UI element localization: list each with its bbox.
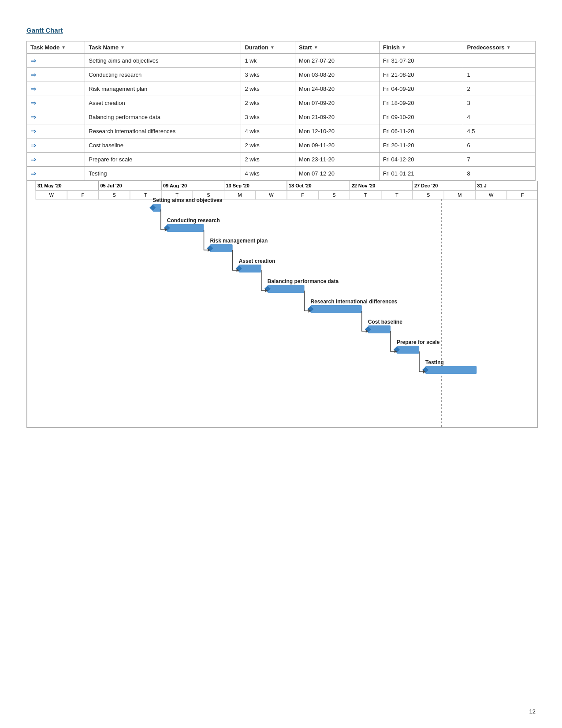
predecessors-cell: 4,5 — [463, 124, 536, 138]
task-mode-cell: ⇒ — [27, 54, 85, 68]
th-taskmode[interactable]: Task Mode ▼ — [27, 41, 85, 54]
finish-cell: Fri 01-01-21 — [379, 167, 463, 181]
svg-text:S: S — [427, 192, 430, 198]
svg-rect-57 — [210, 244, 233, 252]
svg-rect-63 — [268, 285, 305, 293]
task-mode-icon: ⇒ — [30, 71, 36, 79]
svg-text:W: W — [489, 192, 494, 198]
predecessors-cell: 7 — [463, 153, 536, 167]
task-name-cell: Setting aims and objectives — [85, 54, 241, 68]
svg-text:Testing: Testing — [425, 359, 444, 366]
svg-text:W: W — [269, 192, 274, 198]
page-title: Gantt Chart — [26, 26, 536, 34]
task-mode-cell: ⇒ — [27, 110, 85, 124]
predecessors-cell: 8 — [463, 167, 536, 181]
task-mode-cell: ⇒ — [27, 167, 85, 181]
svg-text:13 Sep '20: 13 Sep '20 — [226, 183, 249, 188]
th-taskname[interactable]: Task Name ▼ — [85, 41, 241, 54]
task-name-cell: Research international differences — [85, 124, 241, 138]
svg-text:31 J: 31 J — [477, 183, 487, 188]
svg-text:27 Dec '20: 27 Dec '20 — [414, 183, 438, 188]
table-row: ⇒Setting aims and objectives1 wkMon 27-0… — [27, 54, 536, 68]
duration-cell: 3 wks — [241, 110, 295, 124]
sort-duration-icon[interactable]: ▼ — [270, 45, 275, 50]
svg-rect-66 — [311, 305, 362, 313]
th-duration[interactable]: Duration ▼ — [241, 41, 295, 54]
gantt-chart-container: 31 May '2005 Jul '2009 Aug '2013 Sep '20… — [26, 181, 536, 428]
task-mode-icon: ⇒ — [30, 155, 36, 164]
svg-text:18 Oct '20: 18 Oct '20 — [289, 183, 312, 188]
predecessors-cell: 3 — [463, 96, 536, 110]
predecessors-cell — [463, 54, 536, 68]
svg-text:S: S — [332, 192, 335, 198]
duration-cell: 3 wks — [241, 68, 295, 82]
table-row: ⇒Risk management plan2 wksMon 24-08-20Fr… — [27, 82, 536, 96]
task-mode-cell: ⇒ — [27, 68, 85, 82]
sort-pred-icon[interactable]: ▼ — [506, 45, 511, 50]
svg-rect-54 — [167, 224, 204, 232]
table-row: ⇒Cost baseline2 wksMon 09-11-20Fri 20-11… — [27, 138, 536, 153]
svg-text:22 Nov '20: 22 Nov '20 — [352, 183, 376, 188]
start-cell: Mon 27-07-20 — [295, 54, 380, 68]
task-mode-icon: ⇒ — [30, 127, 36, 135]
finish-cell: Fri 31-07-20 — [379, 54, 463, 68]
task-mode-icon: ⇒ — [30, 169, 36, 178]
duration-cell: 4 wks — [241, 124, 295, 138]
finish-cell: Fri 04-12-20 — [379, 153, 463, 167]
svg-text:T: T — [144, 192, 147, 198]
svg-rect-0 — [27, 181, 538, 428]
task-name-cell: Asset creation — [85, 96, 241, 110]
duration-cell: 2 wks — [241, 138, 295, 153]
table-row: ⇒Prepare for scale2 wksMon 23-11-20Fri 0… — [27, 153, 536, 167]
start-cell: Mon 23-11-20 — [295, 153, 380, 167]
sort-taskname-icon[interactable]: ▼ — [120, 45, 125, 50]
svg-text:Risk management plan: Risk management plan — [210, 238, 268, 244]
svg-text:Setting aims and objectives: Setting aims and objectives — [153, 197, 222, 203]
svg-text:Prepare for scale: Prepare for scale — [397, 339, 440, 345]
svg-rect-69 — [368, 325, 391, 333]
svg-text:Conducting research: Conducting research — [167, 217, 220, 224]
svg-text:M: M — [458, 192, 462, 198]
task-mode-cell: ⇒ — [27, 124, 85, 138]
svg-text:09 Aug '20: 09 Aug '20 — [163, 183, 187, 188]
start-cell: Mon 09-11-20 — [295, 138, 380, 153]
th-predecessors[interactable]: Predecessors ▼ — [463, 41, 536, 54]
finish-cell: Fri 21-08-20 — [379, 68, 463, 82]
gantt-table: Task Mode ▼ Task Name ▼ Duration ▼ Start — [26, 41, 536, 181]
duration-cell: 1 wk — [241, 54, 295, 68]
task-mode-icon: ⇒ — [30, 141, 36, 149]
svg-text:F: F — [521, 192, 524, 198]
task-mode-icon: ⇒ — [30, 85, 36, 93]
task-mode-cell: ⇒ — [27, 138, 85, 153]
predecessors-cell: 6 — [463, 138, 536, 153]
svg-text:Cost baseline: Cost baseline — [368, 319, 402, 325]
th-finish[interactable]: Finish ▼ — [379, 41, 463, 54]
sort-start-icon[interactable]: ▼ — [314, 45, 318, 50]
task-name-cell: Risk management plan — [85, 82, 241, 96]
svg-rect-60 — [239, 265, 261, 273]
finish-cell: Fri 20-11-20 — [379, 138, 463, 153]
svg-text:F: F — [301, 192, 304, 198]
svg-text:05 Jul '20: 05 Jul '20 — [100, 183, 122, 188]
svg-text:T: T — [364, 192, 367, 198]
table-row: ⇒Asset creation2 wksMon 07-09-20Fri 18-0… — [27, 96, 536, 110]
task-mode-icon: ⇒ — [30, 113, 36, 121]
predecessors-cell: 2 — [463, 82, 536, 96]
finish-cell: Fri 06-11-20 — [379, 124, 463, 138]
sort-finish-icon[interactable]: ▼ — [402, 45, 406, 50]
task-name-cell: Prepare for scale — [85, 153, 241, 167]
table-row: ⇒Testing4 wksMon 07-12-20Fri 01-01-218 — [27, 167, 536, 181]
task-mode-icon: ⇒ — [30, 56, 36, 65]
svg-text:M: M — [238, 192, 242, 198]
predecessors-cell: 1 — [463, 68, 536, 82]
predecessors-cell: 4 — [463, 110, 536, 124]
svg-text:F: F — [82, 192, 85, 198]
task-mode-icon: ⇒ — [30, 99, 36, 107]
table-row: ⇒Balancing performance data3 wksMon 21-0… — [27, 110, 536, 124]
svg-text:S: S — [112, 192, 115, 198]
th-start[interactable]: Start ▼ — [295, 41, 380, 54]
start-cell: Mon 24-08-20 — [295, 82, 380, 96]
sort-taskmode-icon[interactable]: ▼ — [61, 45, 66, 50]
start-cell: Mon 12-10-20 — [295, 124, 380, 138]
table-row: ⇒Research international differences4 wks… — [27, 124, 536, 138]
